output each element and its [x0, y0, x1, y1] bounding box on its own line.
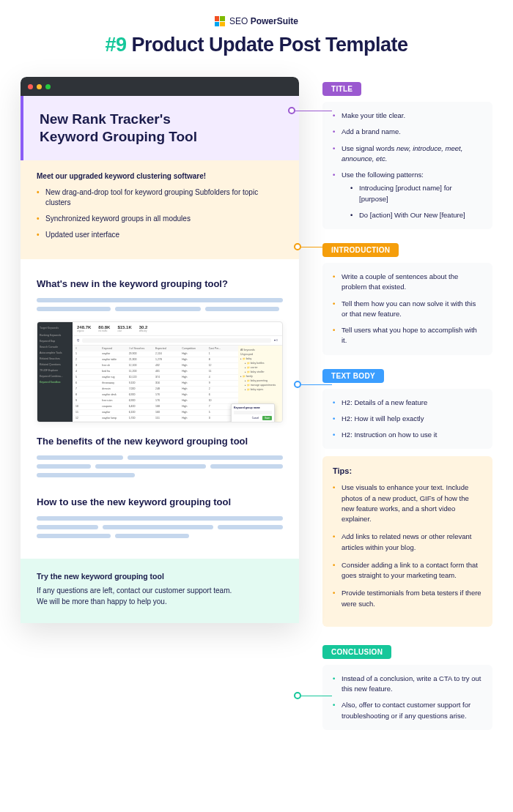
ss-table: #Keyword# of SearchesExpectedCompetition… — [73, 346, 238, 422]
mock-body-panel: What's new in the keyword grouping tool?… — [21, 259, 299, 559]
mock-h-whatsnew: What's new in the keyword grouping tool? — [37, 278, 283, 289]
list-item: Synchronized keyword groups in all modul… — [37, 214, 283, 224]
callout-conclusion: CONCLUSION Instead of a conclusion, writ… — [322, 644, 492, 730]
list-item: Tell them how you can now solve it with … — [333, 299, 482, 320]
page-title: #9 Product Update Post Template — [21, 34, 492, 56]
pill-introduction: INTRODUCTION — [322, 243, 399, 257]
brand-logo-icon — [215, 16, 225, 26]
mock-conc-heading: Try the new keyword grouping tool — [37, 572, 283, 581]
brand-text: SEO PowerSuite — [229, 16, 298, 26]
list-item: Do [action] With Our New [feature] — [350, 210, 482, 220]
callout-introduction: INTRODUCTION Write a couple of sentences… — [322, 242, 492, 355]
list-item: Introducing [product name] for [purpose] — [350, 183, 482, 204]
tips-heading: Tips: — [333, 466, 482, 475]
list-item: H2: Details of a new feature — [333, 398, 482, 408]
ss-toolbar: Q▾ ≡ — [73, 336, 282, 346]
list-item: Make your title clear. — [333, 111, 482, 121]
mock-h-benefits: The benefits of the new keyword grouping… — [37, 436, 283, 447]
ss-modal: Keyword group name CancelSave — [231, 403, 275, 422]
window-min-icon — [37, 84, 42, 89]
mock-h-howto: How to use the new keyword grouping tool — [37, 496, 283, 507]
list-item: Tell users what you hope to accomplish w… — [333, 325, 482, 346]
list-item: Use the following patterns: Introducing … — [333, 170, 482, 220]
card-text-body: H2: Details of a new feature H2: How it … — [322, 389, 492, 450]
page: SEO PowerSuite #9 Product Update Post Te… — [0, 0, 513, 772]
card-introduction: Write a couple of sentences about the pr… — [322, 263, 492, 355]
mock-title-panel: New Rank Tracker'sKeyword Grouping Tool — [21, 96, 299, 160]
list-item: Provide testimonials from beta testers i… — [333, 588, 482, 609]
card-tips: Tips: Use visuals to enhance your text. … — [322, 456, 492, 627]
brand: SEO PowerSuite — [21, 16, 492, 26]
mock-browser-column: New Rank Tracker'sKeyword Grouping Tool … — [21, 77, 299, 623]
list-item: H2: How it will help exactly — [333, 414, 482, 424]
list-item: Use signal words new, introduce, meet, a… — [333, 144, 482, 165]
list-item: Updated user interface — [37, 230, 283, 240]
mock-title: New Rank Tracker'sKeyword Grouping Tool — [40, 111, 283, 146]
list-item: Instead of a conclusion, write a CTA to … — [333, 674, 482, 695]
list-item: New drag-and-drop tool for keyword group… — [37, 187, 283, 208]
list-item: H2: Instruction on how to use it — [333, 430, 482, 440]
pill-text-body: TEXT BODY — [322, 369, 384, 383]
list-item: Consider adding a link to a contact form… — [333, 560, 482, 581]
list-item: Use visuals to enhance your text. Includ… — [333, 483, 482, 524]
pill-conclusion: CONCLUSION — [322, 645, 391, 659]
mock-conc-text: If any questions are left, contact our c… — [37, 585, 283, 607]
mock-screenshot: Target Keywords Ranking KeywordsKeyword … — [37, 321, 283, 422]
callouts-column: TITLE Make your title clear. Add a brand… — [299, 77, 492, 743]
list-item: Add links to related news or other relev… — [333, 532, 482, 553]
mock-conclusion-panel: Try the new keyword grouping tool If any… — [21, 559, 299, 623]
window-max-icon — [45, 84, 51, 89]
list-item: Write a couple of sentences about the pr… — [333, 272, 482, 293]
card-conclusion: Instead of a conclusion, write a CTA to … — [322, 665, 492, 730]
pill-title: TITLE — [322, 82, 361, 96]
mock-intro-lead: Meet our upgraded keyword clustering sof… — [37, 172, 283, 180]
mock-intro-list: New drag-and-drop tool for keyword group… — [37, 187, 283, 240]
list-item: Also, offer to contact customer support … — [333, 700, 482, 721]
callout-text-body: TEXT BODY H2: Details of a new feature H… — [322, 368, 492, 627]
callout-title: TITLE Make your title clear. Add a brand… — [322, 81, 492, 229]
window-close-icon — [28, 84, 33, 89]
ss-sidebar: Target Keywords Ranking KeywordsKeyword … — [37, 322, 73, 422]
list-item: Add a brand name. — [333, 127, 482, 137]
card-title: Make your title clear. Add a brand name.… — [322, 102, 492, 229]
mock-intro-panel: Meet our upgraded keyword clustering sof… — [21, 160, 299, 259]
browser-titlebar — [21, 77, 299, 96]
ss-stats: 248.7Korganic 80.8Kest traffic $15.1Kcos… — [73, 322, 282, 336]
